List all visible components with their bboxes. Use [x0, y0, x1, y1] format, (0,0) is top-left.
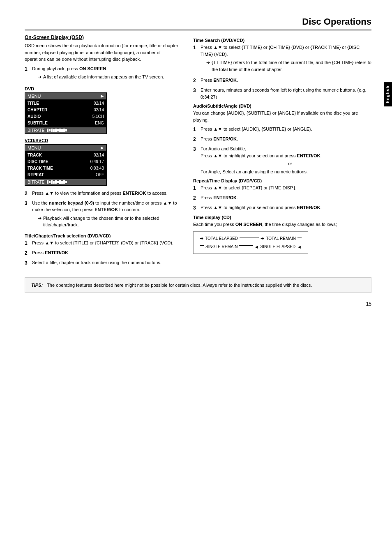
vcd-tracktime-row: TRACK TIME 0:03:43	[28, 165, 104, 172]
vcd-track-value: 02/14	[94, 152, 104, 159]
audio-step-1: 1 Press ▲▼ to select {AUDIO}, {SUBTITLE}…	[193, 126, 371, 133]
td-dash-line	[240, 237, 259, 237]
vbar4	[53, 181, 55, 184]
vbar6	[57, 181, 59, 183]
td-arrow4: ◄	[297, 244, 302, 249]
bar1	[47, 129, 48, 132]
dvd-title-label: TITLE	[28, 100, 39, 107]
dvd-title-value: 02/14	[94, 100, 104, 107]
rep-step3-bold: ENTER/OK	[297, 205, 321, 210]
ts-step1-content: Press ▲▼ to select {TT TIME} or {CH TIME…	[201, 44, 371, 74]
dvd-chapter-label: CHAPTER	[28, 107, 47, 113]
vbar8	[61, 181, 63, 184]
vcd-disctime-value: 0:49:17	[90, 159, 104, 165]
bar3	[51, 129, 53, 132]
ts-step-1: 1 Press ▲▼ to select {TT TIME} or {CH TI…	[193, 44, 371, 74]
tct-steps: 1 Press ▲▼ to select {TITLE} or {CHAPTER…	[25, 240, 181, 267]
ts-step2-bold: ENTER/OK	[213, 78, 237, 83]
or-label: or	[201, 160, 371, 167]
dvd-bitrate-label: BITRATE	[28, 128, 44, 133]
dvd-display-box: MENU ▶ TITLE 02/14 CHAPTER 02/14 AUDIO 5…	[25, 92, 107, 134]
time-search-steps: 1 Press ▲▼ to select {TT TIME} or {CH TI…	[193, 44, 371, 100]
dvd-bitrate-bars	[47, 129, 67, 132]
on-screen-bold: ON SCREEN	[235, 222, 262, 227]
arrow-icon: ➔	[38, 74, 42, 81]
vcd-track-row: TRACK 02/14	[28, 152, 104, 159]
tips-box: TIPS: The operating features described h…	[25, 277, 371, 293]
ts-note-text: {TT TIME} refers to the total time of th…	[212, 59, 371, 73]
repeat-title: Repeat/Time Display (DVD/VCD)	[193, 178, 371, 183]
vbar3	[51, 180, 53, 184]
vcdsvcd-label: VCD/SVCD	[25, 138, 181, 143]
audio-step1-num: 1	[193, 126, 198, 133]
td-total-elapsed: TOTAL ELAPSED	[205, 236, 238, 241]
vcd-repeat-row: REPEAT OFF	[28, 172, 104, 178]
osd-step-1: 1 During playback, press ON SCREEN. ➔ A …	[25, 65, 181, 82]
osd-step-3: 3 Use the numeric keypad (0-9) to input …	[25, 200, 181, 230]
bar4	[53, 129, 55, 132]
rep-step-2: 2 Press ENTER/OK.	[193, 194, 371, 202]
rep-step-3: 3 Press ▲▼ to highlight your selection a…	[193, 204, 371, 212]
td-dash-line3	[200, 245, 204, 246]
rep-step-1: 1 Press ▲▼ to select {REPEAT} or {TIME D…	[193, 184, 371, 192]
tct-step3-content: Select a title, chapter or track number …	[32, 259, 181, 267]
tct-step-3: 3 Select a title, chapter or track numbe…	[25, 259, 181, 267]
td-bottom-row: SINGLE REMAIN ◄ SINGLE ELAPSED ◄	[200, 244, 302, 249]
osd-step-2: 2 Press ▲▼ to view the information and p…	[25, 190, 181, 197]
tct-step2-content: Press ENTER/OK.	[32, 249, 181, 257]
audio-step-2: 2 Press ENTER/OK.	[193, 136, 371, 143]
td-arrow1: ➔	[200, 236, 203, 241]
dvd-subtitle-row: SUBTITLE ENG	[28, 120, 104, 127]
td-arrow2: ➔	[261, 236, 264, 241]
ts-step3-num: 3	[193, 87, 198, 100]
rep-step1-num: 1	[193, 184, 198, 192]
ts-step2-num: 2	[193, 77, 198, 84]
osd-steps: 1 During playback, press ON SCREEN. ➔ A …	[25, 65, 181, 82]
dvd-audio-label: AUDIO	[28, 113, 41, 120]
ts-step2-content: Press ENTER/OK.	[201, 77, 371, 84]
ts-step-3: 3 Enter hours, minutes and seconds from …	[193, 87, 371, 100]
dvd-subtitle-value: ENG	[95, 120, 104, 127]
step3-number: 3	[25, 200, 30, 230]
vcd-play-icon: ▶	[101, 145, 104, 150]
vcd-tracktime-label: TRACK TIME	[28, 165, 53, 172]
step1-number: 1	[25, 65, 30, 82]
dvd-title-row: TITLE 02/14	[28, 100, 104, 107]
vcd-tracktime-value: 0:03:43	[90, 165, 104, 172]
audio-desc: You can change {AUDIO}, {SUBTITLE} or {A…	[193, 110, 371, 123]
dvd-audio-value: 5.1CH	[92, 113, 104, 120]
main-content: On-Screen Display (OSD) OSD menu shows t…	[25, 35, 371, 269]
tct-step2-number: 2	[25, 249, 30, 257]
audio-step-3: 3 For Audio and Subtitle, Press ▲▼ to hi…	[193, 145, 371, 175]
vcd-bitrate-label: BITRATE	[28, 180, 44, 184]
vbar5	[55, 180, 57, 184]
step3-bold2: ENTER/OK	[95, 207, 118, 212]
vbar1	[47, 180, 48, 184]
step1-content: During playback, press ON SCREEN. ➔ A li…	[32, 65, 181, 82]
step3-arrow-icon: ➔	[38, 215, 42, 228]
title-chapter-track-title: Title/Chapter/Track selection (DVD/VCD)	[25, 233, 181, 238]
td-single-remain: SINGLE REMAIN	[205, 244, 238, 249]
page: English Disc Operations On-Screen Displa…	[0, 0, 392, 555]
vcd-bitrate-bars	[47, 180, 67, 184]
step3-note: ➔ Playback will change to the chosen tim…	[32, 215, 181, 228]
dvd-bitrate-row: BITRATE	[25, 127, 106, 134]
vbar2	[49, 181, 51, 183]
rep-step3-num: 3	[193, 204, 198, 212]
ts-note: ➔ {TT TIME} refers to the total time of …	[201, 59, 371, 73]
vcd-disctime-row: DISC TIME 0:49:17	[28, 159, 104, 165]
dvd-subtitle-label: SUBTITLE	[28, 120, 48, 127]
ts-arrow: ➔	[206, 59, 210, 73]
tct-step1-content: Press ▲▼ to select {TITLE} or {CHAPTER} …	[32, 240, 181, 247]
audio-step3-content: For Audio and Subtitle, Press ▲▼ to high…	[201, 145, 371, 175]
dvd-chapter-value: 02/14	[94, 107, 104, 113]
dvd-menu-row: MENU ▶	[25, 93, 106, 99]
step3-note-text: Playback will change to the chosen time …	[43, 215, 181, 228]
tct-step-2: 2 Press ENTER/OK.	[25, 249, 181, 257]
step2-bold: ENTER/OK	[122, 191, 146, 196]
rep-step2-num: 2	[193, 194, 198, 202]
audio-step3-num: 3	[193, 145, 198, 175]
audio-step1-content: Press ▲▼ to select {AUDIO}, {SUBTITLE} o…	[201, 126, 371, 133]
bar9	[63, 129, 65, 132]
vbar9	[63, 180, 65, 184]
